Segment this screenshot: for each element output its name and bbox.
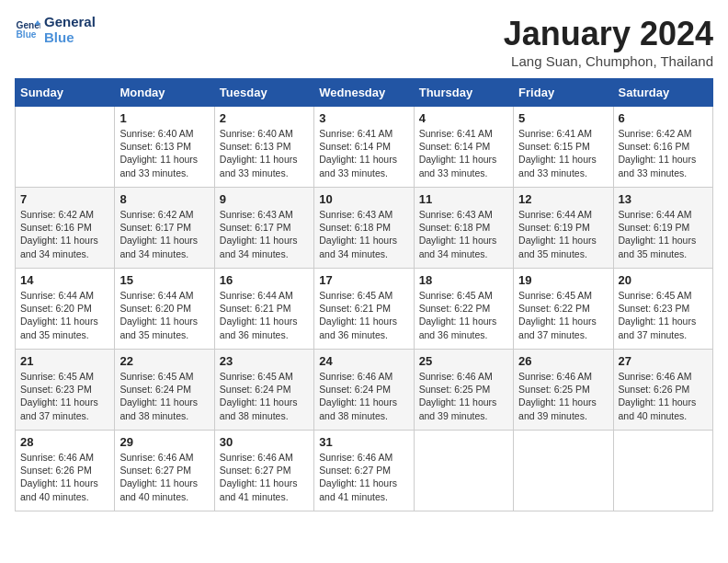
day-number: 19	[518, 273, 608, 287]
cell-info: Sunrise: 6:41 AM Sunset: 6:14 PM Dayligh…	[419, 127, 508, 179]
calendar-cell: 2Sunrise: 6:40 AM Sunset: 6:13 PM Daylig…	[214, 107, 313, 188]
cell-info: Sunrise: 6:46 AM Sunset: 6:24 PM Dayligh…	[319, 370, 408, 422]
calendar-cell	[514, 431, 613, 511]
cell-info: Sunrise: 6:43 AM Sunset: 6:17 PM Dayligh…	[220, 208, 309, 260]
calendar-cell: 7Sunrise: 6:42 AM Sunset: 6:16 PM Daylig…	[16, 188, 115, 269]
cell-info: Sunrise: 6:45 AM Sunset: 6:23 PM Dayligh…	[619, 289, 708, 341]
cell-info: Sunrise: 6:40 AM Sunset: 6:13 PM Dayligh…	[220, 127, 309, 179]
logo: General Blue General Blue	[15, 15, 96, 45]
calendar-cell: 29Sunrise: 6:46 AM Sunset: 6:27 PM Dayli…	[115, 431, 214, 511]
cell-info: Sunrise: 6:44 AM Sunset: 6:19 PM Dayligh…	[518, 208, 608, 260]
day-number: 24	[319, 354, 408, 368]
day-number: 30	[220, 435, 309, 449]
day-number: 21	[20, 354, 109, 368]
svg-text:Blue: Blue	[17, 29, 37, 39]
day-number: 13	[619, 192, 708, 206]
cell-info: Sunrise: 6:43 AM Sunset: 6:18 PM Dayligh…	[319, 208, 408, 260]
calendar-cell: 21Sunrise: 6:45 AM Sunset: 6:23 PM Dayli…	[16, 350, 115, 431]
calendar-cell: 12Sunrise: 6:44 AM Sunset: 6:19 PM Dayli…	[514, 188, 613, 269]
cell-info: Sunrise: 6:43 AM Sunset: 6:18 PM Dayligh…	[419, 208, 508, 260]
cell-info: Sunrise: 6:46 AM Sunset: 6:25 PM Dayligh…	[518, 370, 608, 422]
day-number: 23	[220, 354, 309, 368]
day-number: 22	[119, 354, 209, 368]
calendar-cell: 31Sunrise: 6:46 AM Sunset: 6:27 PM Dayli…	[314, 431, 414, 511]
cell-info: Sunrise: 6:42 AM Sunset: 6:17 PM Dayligh…	[119, 208, 209, 260]
calendar-cell: 27Sunrise: 6:46 AM Sunset: 6:26 PM Dayli…	[613, 350, 712, 431]
day-number: 3	[319, 111, 408, 125]
calendar-cell	[16, 107, 115, 188]
cell-info: Sunrise: 6:44 AM Sunset: 6:21 PM Dayligh…	[220, 289, 309, 341]
calendar-cell	[613, 431, 712, 511]
weekday-header-thursday: Thursday	[414, 79, 513, 107]
day-number: 15	[119, 273, 209, 287]
day-number: 16	[220, 273, 309, 287]
cell-info: Sunrise: 6:46 AM Sunset: 6:27 PM Dayligh…	[319, 451, 408, 503]
cell-info: Sunrise: 6:42 AM Sunset: 6:16 PM Dayligh…	[20, 208, 109, 260]
calendar-cell: 24Sunrise: 6:46 AM Sunset: 6:24 PM Dayli…	[314, 350, 414, 431]
day-number: 2	[220, 111, 309, 125]
calendar-cell: 1Sunrise: 6:40 AM Sunset: 6:13 PM Daylig…	[115, 107, 214, 188]
calendar-cell: 6Sunrise: 6:42 AM Sunset: 6:16 PM Daylig…	[613, 107, 712, 188]
day-number: 31	[319, 435, 408, 449]
day-number: 11	[419, 192, 508, 206]
calendar-cell: 25Sunrise: 6:46 AM Sunset: 6:25 PM Dayli…	[414, 350, 513, 431]
location: Lang Suan, Chumphon, Thailand	[504, 53, 713, 69]
calendar-cell: 19Sunrise: 6:45 AM Sunset: 6:22 PM Dayli…	[514, 269, 613, 350]
calendar-cell: 3Sunrise: 6:41 AM Sunset: 6:14 PM Daylig…	[314, 107, 414, 188]
calendar-cell: 26Sunrise: 6:46 AM Sunset: 6:25 PM Dayli…	[514, 350, 613, 431]
day-number: 29	[119, 435, 209, 449]
day-number: 6	[619, 111, 708, 125]
cell-info: Sunrise: 6:45 AM Sunset: 6:22 PM Dayligh…	[419, 289, 508, 341]
weekday-header-monday: Monday	[115, 79, 214, 107]
cell-info: Sunrise: 6:46 AM Sunset: 6:26 PM Dayligh…	[619, 370, 708, 422]
day-number: 4	[419, 111, 508, 125]
cell-info: Sunrise: 6:46 AM Sunset: 6:27 PM Dayligh…	[119, 451, 209, 503]
day-number: 8	[119, 192, 209, 206]
month-year: January 2024	[504, 15, 713, 53]
calendar-cell: 18Sunrise: 6:45 AM Sunset: 6:22 PM Dayli…	[414, 269, 513, 350]
calendar-cell: 13Sunrise: 6:44 AM Sunset: 6:19 PM Dayli…	[613, 188, 712, 269]
calendar-cell: 10Sunrise: 6:43 AM Sunset: 6:18 PM Dayli…	[314, 188, 414, 269]
calendar-cell: 16Sunrise: 6:44 AM Sunset: 6:21 PM Dayli…	[214, 269, 313, 350]
cell-info: Sunrise: 6:42 AM Sunset: 6:16 PM Dayligh…	[619, 127, 708, 179]
page-header: General Blue General Blue January 2024 L…	[15, 15, 713, 69]
cell-info: Sunrise: 6:46 AM Sunset: 6:26 PM Dayligh…	[20, 451, 109, 503]
cell-info: Sunrise: 6:44 AM Sunset: 6:19 PM Dayligh…	[619, 208, 708, 260]
cell-info: Sunrise: 6:44 AM Sunset: 6:20 PM Dayligh…	[20, 289, 109, 341]
day-number: 5	[518, 111, 608, 125]
day-number: 25	[419, 354, 508, 368]
day-number: 12	[518, 192, 608, 206]
calendar-cell: 5Sunrise: 6:41 AM Sunset: 6:15 PM Daylig…	[514, 107, 613, 188]
calendar-cell: 14Sunrise: 6:44 AM Sunset: 6:20 PM Dayli…	[16, 269, 115, 350]
calendar-cell: 22Sunrise: 6:45 AM Sunset: 6:24 PM Dayli…	[115, 350, 214, 431]
cell-info: Sunrise: 6:41 AM Sunset: 6:14 PM Dayligh…	[319, 127, 408, 179]
calendar-cell: 17Sunrise: 6:45 AM Sunset: 6:21 PM Dayli…	[314, 269, 414, 350]
day-number: 28	[20, 435, 109, 449]
logo-line1: General	[44, 15, 96, 30]
cell-info: Sunrise: 6:44 AM Sunset: 6:20 PM Dayligh…	[119, 289, 209, 341]
cell-info: Sunrise: 6:40 AM Sunset: 6:13 PM Dayligh…	[119, 127, 209, 179]
weekday-header-tuesday: Tuesday	[214, 79, 313, 107]
cell-info: Sunrise: 6:45 AM Sunset: 6:22 PM Dayligh…	[518, 289, 608, 341]
cell-info: Sunrise: 6:45 AM Sunset: 6:24 PM Dayligh…	[119, 370, 209, 422]
logo-icon: General Blue	[15, 17, 40, 43]
weekday-header-saturday: Saturday	[613, 79, 712, 107]
calendar-cell: 8Sunrise: 6:42 AM Sunset: 6:17 PM Daylig…	[115, 188, 214, 269]
day-number: 14	[20, 273, 109, 287]
calendar-cell: 9Sunrise: 6:43 AM Sunset: 6:17 PM Daylig…	[214, 188, 313, 269]
cell-info: Sunrise: 6:45 AM Sunset: 6:21 PM Dayligh…	[319, 289, 408, 341]
day-number: 17	[319, 273, 408, 287]
cell-info: Sunrise: 6:41 AM Sunset: 6:15 PM Dayligh…	[518, 127, 608, 179]
calendar-cell: 11Sunrise: 6:43 AM Sunset: 6:18 PM Dayli…	[414, 188, 513, 269]
weekday-header-friday: Friday	[514, 79, 613, 107]
day-number: 1	[119, 111, 209, 125]
calendar-cell	[414, 431, 513, 511]
cell-info: Sunrise: 6:45 AM Sunset: 6:24 PM Dayligh…	[220, 370, 309, 422]
day-number: 7	[20, 192, 109, 206]
title-block: January 2024 Lang Suan, Chumphon, Thaila…	[504, 15, 713, 69]
weekday-header-sunday: Sunday	[16, 79, 115, 107]
calendar-cell: 28Sunrise: 6:46 AM Sunset: 6:26 PM Dayli…	[16, 431, 115, 511]
day-number: 26	[518, 354, 608, 368]
day-number: 9	[220, 192, 309, 206]
cell-info: Sunrise: 6:46 AM Sunset: 6:27 PM Dayligh…	[220, 451, 309, 503]
